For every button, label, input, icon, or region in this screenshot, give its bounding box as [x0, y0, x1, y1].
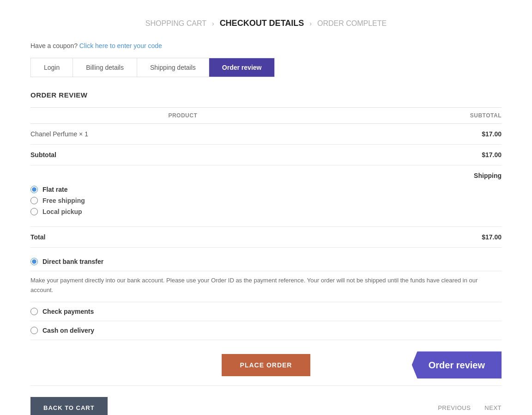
free-shipping-label: Free shipping — [42, 197, 85, 204]
tab-order-review[interactable]: Order review — [209, 58, 275, 77]
breadcrumb: SHOPPING CART › CHECKOUT DETAILS › ORDER… — [30, 9, 502, 42]
direct-bank-label: Direct bank transfer — [42, 258, 103, 265]
product-name: Chanel Perfume — [30, 130, 77, 138]
product-price: $17.00 — [335, 124, 502, 145]
total-row: Total $17.00 — [30, 227, 502, 248]
flat-rate-label: Flat rate — [42, 186, 67, 193]
order-review-title: ORDER REVIEW — [30, 91, 502, 99]
shipping-label-row: Shipping — [30, 165, 502, 183]
breadcrumb-sep1: › — [212, 20, 214, 27]
breadcrumb-sep2: › — [309, 20, 312, 27]
direct-bank-description: Make your payment directly into our bank… — [30, 271, 502, 302]
shipping-label: Shipping — [474, 172, 502, 179]
col-subtotal: SUBTOTAL — [335, 108, 502, 124]
shipping-options-row: Flat rate Free shipping Local pickup — [30, 182, 502, 227]
tabs-container: Login Billing details Shipping details O… — [30, 58, 275, 77]
payment-check[interactable]: Check payments — [30, 302, 502, 321]
payment-cash[interactable]: Cash on delivery — [30, 321, 502, 340]
table-row: Chanel Perfume × 1 $17.00 — [30, 124, 502, 145]
tab-billing[interactable]: Billing details — [73, 58, 137, 77]
tab-shipping[interactable]: Shipping details — [137, 58, 209, 77]
col-product: PRODUCT — [30, 108, 335, 124]
cash-delivery-label: Cash on delivery — [42, 327, 94, 334]
breadcrumb-step3: ORDER COMPLETE — [317, 19, 387, 28]
order-review-badge: Order review — [412, 351, 502, 378]
total-value: $17.00 — [335, 227, 502, 248]
back-to-cart-button[interactable]: BACK TO CART — [30, 397, 108, 415]
shipping-flat-rate[interactable]: Flat rate — [30, 186, 502, 193]
shipping-local[interactable]: Local pickup — [30, 208, 502, 215]
coupon-text: Have a coupon? — [30, 42, 78, 49]
payment-section: Direct bank transfer Make your payment d… — [30, 252, 502, 340]
tab-login[interactable]: Login — [31, 58, 73, 77]
total-label: Total — [30, 227, 335, 248]
shipping-options: Flat rate Free shipping Local pickup — [30, 182, 502, 220]
subtotal-value: $17.00 — [335, 145, 502, 165]
order-review-section: ORDER REVIEW PRODUCT SUBTOTAL Chanel Per… — [30, 91, 502, 248]
breadcrumb-step1: SHOPPING CART — [145, 19, 206, 28]
breadcrumb-step2: CHECKOUT DETAILS — [220, 18, 304, 28]
place-order-button[interactable]: PLACE ORDER — [222, 354, 311, 376]
payment-direct-bank[interactable]: Direct bank transfer — [30, 252, 502, 271]
product-qty: × 1 — [79, 130, 88, 138]
place-order-area: PLACE ORDER Order review — [30, 354, 502, 376]
bottom-bar: BACK TO CART PREVIOUS NEXT — [30, 385, 502, 415]
next-link[interactable]: NEXT — [484, 404, 502, 411]
shipping-free[interactable]: Free shipping — [30, 197, 502, 204]
subtotal-row: Subtotal $17.00 — [30, 145, 502, 165]
local-pickup-label: Local pickup — [42, 208, 82, 215]
check-payments-label: Check payments — [42, 308, 94, 315]
coupon-bar: Have a coupon? Click here to enter your … — [30, 42, 502, 49]
order-table: PRODUCT SUBTOTAL Chanel Perfume × 1 $17.… — [30, 107, 502, 248]
nav-links: PREVIOUS NEXT — [438, 404, 502, 411]
coupon-link[interactable]: Click here to enter your code — [79, 42, 162, 49]
previous-link[interactable]: PREVIOUS — [438, 404, 471, 411]
subtotal-label: Subtotal — [30, 145, 335, 165]
